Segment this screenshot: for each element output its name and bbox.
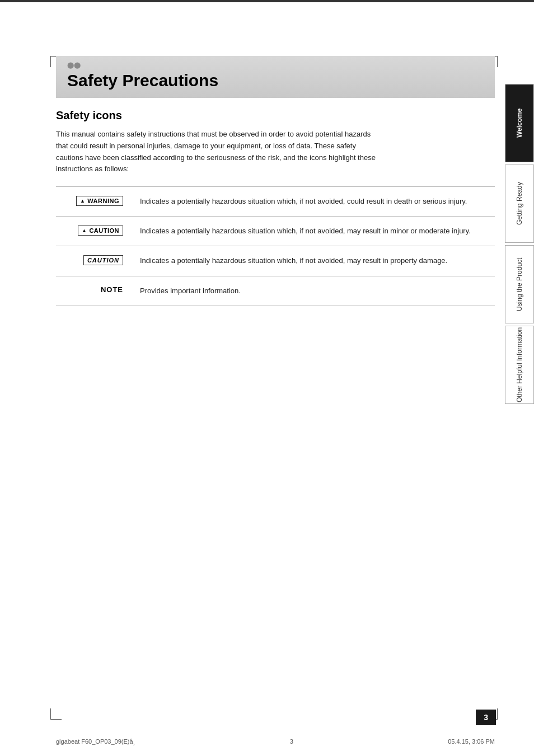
caution-tri-badge: ▲ CAUTION <box>78 226 123 236</box>
inner-corner-bl <box>50 708 62 720</box>
warning-badge: ▲ WARNING <box>76 196 123 206</box>
caution-tri-badge-label: CAUTION <box>89 227 119 234</box>
caution-tri-description: Indicates a potentially hazardous situat… <box>140 226 495 237</box>
caution-box-badge-label: CAUTION <box>87 257 119 264</box>
page-header: ⬤⬤ Safety Precautions <box>56 56 495 98</box>
sidebar-item-other-helpful[interactable]: Other Helpful Information <box>505 326 534 404</box>
page-number-badge: 3 <box>476 710 496 725</box>
page-number-container: 3 <box>476 710 496 725</box>
caution-tri-row: ▲ CAUTION Indicates a potentially hazard… <box>56 217 495 246</box>
footer-center-text: 3 <box>290 738 293 745</box>
intro-paragraph: This manual contains safety instructions… <box>56 129 381 175</box>
note-badge: NOTE <box>101 285 123 294</box>
warning-badge-label: WARNING <box>87 198 119 204</box>
main-content: ⬤⬤ Safety Precautions Safety icons This … <box>56 56 495 689</box>
warning-icon-cell: ▲ WARNING <box>56 196 129 206</box>
page-footer: gigabeat F60_OP03_09(E)å¸ 3 05.4.15, 3:0… <box>56 738 495 745</box>
sidebar-label-getting-ready: Getting Ready <box>516 182 523 226</box>
sidebar-label-other-helpful: Other Helpful Information <box>516 327 523 402</box>
icons-table: ▲ WARNING Indicates a potentially hazard… <box>56 186 495 306</box>
sidebar-item-getting-ready[interactable]: Getting Ready <box>505 165 534 243</box>
note-description: Provides important information. <box>140 285 495 297</box>
corner-mark-br <box>0 2 534 2</box>
caution-tri-icon-cell: ▲ CAUTION <box>56 226 129 236</box>
caution-triangle-icon: ▲ <box>82 228 87 233</box>
caution-box-icon-cell: CAUTION <box>56 255 129 265</box>
sidebar-label-welcome: Welcome <box>516 109 523 138</box>
note-icon-cell: NOTE <box>56 285 129 294</box>
sidebar-item-welcome[interactable]: Welcome <box>505 84 534 162</box>
sidebar-label-using-product: Using the Product <box>516 257 523 311</box>
header-decoration: ⬤⬤ <box>67 62 484 69</box>
warning-row: ▲ WARNING Indicates a potentially hazard… <box>56 187 495 217</box>
footer-left-text: gigabeat F60_OP03_09(E)å¸ <box>56 738 135 745</box>
warning-description: Indicates a potentially hazardous situat… <box>140 196 495 207</box>
page-title: Safety Precautions <box>67 71 484 90</box>
section-title: Safety icons <box>56 109 495 122</box>
caution-box-row: CAUTION Indicates a potentially hazardou… <box>56 246 495 276</box>
sidebar-item-using-product[interactable]: Using the Product <box>505 245 534 323</box>
warning-triangle-icon: ▲ <box>80 198 85 204</box>
caution-box-description: Indicates a potentially hazardous situat… <box>140 255 495 266</box>
footer-right-text: 05.4.15, 3:06 PM <box>448 738 495 745</box>
caution-box-badge: CAUTION <box>83 255 123 265</box>
sidebar: Welcome Getting Ready Using the Product … <box>505 84 534 406</box>
note-row: NOTE Provides important information. <box>56 276 495 306</box>
